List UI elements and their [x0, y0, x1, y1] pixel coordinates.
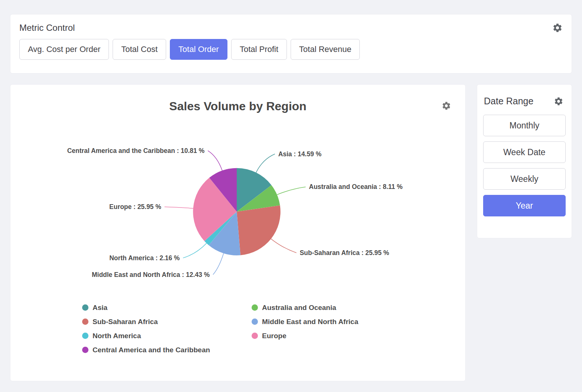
chart-settings-gear-icon[interactable] — [442, 101, 451, 111]
metric-button-total-profit[interactable]: Total Profit — [231, 39, 287, 60]
pie-slice-label: Australia and Oceania : 8.11 % — [309, 183, 402, 190]
pie-slice-label: Europe : 25.95 % — [109, 203, 161, 210]
legend-label: Australia and Oceania — [262, 304, 336, 312]
metric-control-title: Metric Control — [19, 23, 75, 33]
pie-slice-2[interactable] — [237, 205, 281, 255]
pie-label-line — [213, 253, 223, 274]
date-range-button-monthly[interactable]: Monthly — [483, 115, 566, 136]
pie-slice-label: Middle East and North Africa : 12.43 % — [92, 271, 210, 278]
legend-dot — [252, 304, 258, 311]
legend-dot — [82, 318, 88, 325]
date-range-settings-gear-icon[interactable] — [554, 97, 563, 106]
chart-title: Sales Volume by Region — [10, 99, 465, 113]
metric-button-total-order[interactable]: Total Order — [170, 39, 227, 60]
date-range-panel: Date Range Monthly Week Date Weekly Year — [477, 84, 572, 238]
metric-control-panel: Metric Control Avg. Cost per Order Total… — [10, 14, 572, 74]
legend-dot — [82, 347, 88, 353]
legend-label: Asia — [93, 304, 107, 312]
legend-label: Europe — [262, 332, 286, 340]
date-range-title: Date Range — [484, 96, 533, 107]
date-range-button-weekly[interactable]: Weekly — [483, 168, 566, 190]
pie-slice-label: Asia : 14.59 % — [278, 150, 322, 158]
main-content-row: Sales Volume by Region Asia : 14.59 %Aus… — [10, 84, 572, 381]
pie-label-line — [183, 243, 206, 258]
legend-dot — [252, 318, 258, 325]
legend-dot — [252, 333, 258, 339]
legend-label: Sub-Saharan Africa — [93, 318, 158, 326]
pie-label-line — [208, 151, 222, 171]
metric-settings-gear-icon[interactable] — [552, 23, 563, 33]
legend-item[interactable]: Australia and Oceania — [252, 304, 358, 312]
date-range-header: Date Range — [483, 96, 566, 107]
legend-item[interactable]: North America — [82, 332, 252, 340]
legend-item[interactable]: Sub-Saharan Africa — [82, 318, 252, 326]
legend-dot — [82, 333, 88, 339]
pie-slice-label: Central America and the Caribbean : 10.8… — [67, 147, 205, 154]
metric-button-row: Avg. Cost per Order Total Cost Total Ord… — [19, 39, 563, 60]
dashboard-page: Metric Control Avg. Cost per Order Total… — [0, 0, 582, 391]
pie-label-line — [271, 239, 296, 253]
pie-label-line — [165, 207, 193, 208]
pie-slice-label: Sub-Saharan Africa : 25.95 % — [300, 249, 389, 257]
pie-chart: Asia : 14.59 %Australia and Oceania : 8.… — [10, 130, 465, 293]
pie-label-line — [277, 187, 305, 195]
legend-item[interactable]: Europe — [252, 332, 358, 340]
legend-item[interactable]: Middle East and North Africa — [252, 318, 358, 326]
legend-item[interactable]: Central America and the Caribbean — [82, 346, 252, 354]
legend-item[interactable]: Asia — [82, 304, 252, 312]
date-range-button-week-date[interactable]: Week Date — [483, 141, 566, 163]
legend-label: Middle East and North Africa — [262, 318, 358, 326]
chart-legend: AsiaAustralia and OceaniaSub-Saharan Afr… — [82, 304, 465, 354]
metric-button-total-revenue[interactable]: Total Revenue — [291, 39, 360, 60]
legend-label: North America — [93, 332, 141, 340]
legend-label: Central America and the Caribbean — [93, 346, 210, 354]
legend-dot — [82, 304, 88, 311]
date-range-button-year[interactable]: Year — [483, 195, 566, 216]
metric-control-header: Metric Control — [19, 23, 563, 33]
sales-volume-chart-card: Sales Volume by Region Asia : 14.59 %Aus… — [10, 84, 466, 381]
pie-slice-label: North America : 2.16 % — [109, 254, 180, 262]
pie-label-line — [256, 154, 275, 173]
metric-button-total-cost[interactable]: Total Cost — [113, 39, 166, 60]
metric-button-avg-cost-per-order[interactable]: Avg. Cost per Order — [19, 39, 109, 60]
